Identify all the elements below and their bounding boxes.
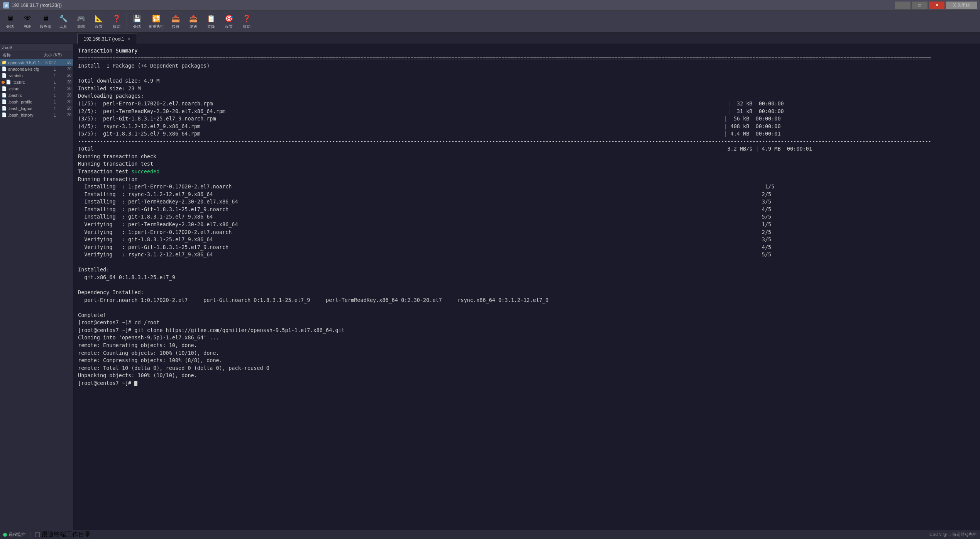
sidebar-header: 名称 大小 (KB): [0, 51, 73, 59]
file-icon-bashrc: 📄: [2, 93, 7, 98]
close-group-button[interactable]: X 关闭组: [946, 2, 977, 9]
file-icon-anaconda: 📄: [2, 66, 7, 71]
sidebar-item-viminfo-label: .viminfo: [8, 73, 23, 78]
sidebar-item-bash-logout-date: 20: [56, 106, 71, 110]
sidebar-item-bash-history-date: 20: [56, 113, 71, 117]
toolbar-session[interactable]: 🖥 会话: [2, 13, 19, 30]
session-icon: 🖥: [5, 14, 15, 23]
sidebar-item-bashrc[interactable]: 📄 .bashrc 1 20: [0, 92, 73, 98]
sidebar-item-anaconda-date: 20: [56, 67, 71, 71]
view-icon: 👁: [23, 14, 32, 23]
toolbar-send[interactable]: 📤 发送: [185, 13, 202, 30]
toolbar-server[interactable]: 🖥 服务器: [37, 13, 54, 30]
title-bar-left: 🖥 192.168.31.7 (root123{}): [3, 2, 62, 8]
sidebar-item-viminfo-date: 20: [56, 73, 71, 78]
receive-icon: 📥: [171, 14, 180, 23]
toolbar-receive[interactable]: 📥 接收: [167, 13, 184, 30]
sidebar: /root/ 名称 大小 (KB) 📁 openssh-9.5p1-1.el7.…: [0, 44, 73, 530]
sidebar-item-anaconda-label: anaconda-ks.cfg: [8, 67, 39, 71]
settings2-icon: 🎯: [224, 14, 234, 23]
sidebar-item-viminfo-count: 1: [41, 73, 56, 78]
sidebar-item-openssh-date: 20: [56, 60, 71, 64]
sidebar-item-bashrc-date: 20: [56, 93, 71, 97]
sidebar-item-openssh[interactable]: 📁 openssh-9.5p1-1.el7.x86_64... 5 027 20: [0, 59, 73, 66]
multi-exec-icon: 🔁: [152, 14, 161, 23]
file-icon-viminfo: 📄: [2, 73, 7, 78]
send-icon: 📤: [189, 14, 198, 23]
sidebar-item-openssh-label: openssh-9.5p1-1.el7.x86_64...: [8, 60, 41, 65]
toolbar-settings[interactable]: 📐 设置: [90, 13, 107, 30]
tab-main[interactable]: 192.168.31.7 (root1 ✕: [77, 34, 137, 44]
app-icon: 🖥: [3, 2, 9, 8]
status-bar: 远程监控 跟随终端工作目录 CSDN @ 上海运维Q先生: [0, 530, 980, 539]
settings-icon: 📐: [94, 14, 103, 23]
sidebar-item-cshrc-date: 20: [56, 86, 71, 91]
sidebar-item-bash-profile-count: 1: [41, 100, 56, 104]
file-icon-bash-logout: 📄: [2, 106, 7, 111]
file-icon-tcshrc: 📄: [6, 80, 11, 85]
status-dot-icon: [3, 533, 7, 537]
sidebar-items: 📁 openssh-9.5p1-1.el7.x86_64... 5 027 20…: [0, 59, 73, 530]
sidebar-col-name: 名称: [2, 52, 44, 58]
toolbar-view[interactable]: 👁 视图: [19, 13, 36, 30]
sidebar-item-anaconda-count: 1: [41, 67, 56, 71]
follow-checkbox[interactable]: [35, 532, 40, 537]
toolbar-multi-exec[interactable]: 🔁 多重执行: [146, 13, 166, 30]
help-icon: ❓: [112, 14, 121, 23]
sidebar-item-bash-history[interactable]: 📄 .bash_history 1 20: [0, 112, 73, 118]
help2-icon: ❓: [242, 14, 251, 23]
sidebar-item-bash-profile-date: 20: [56, 100, 71, 104]
sidebar-item-tcshrc[interactable]: 📄 .tcshrc 1 20: [0, 79, 73, 85]
maximize-button[interactable]: □: [912, 2, 928, 9]
clone-icon: 📋: [206, 14, 216, 23]
games-icon: 🎮: [76, 14, 86, 23]
sidebar-item-bash-logout-count: 1: [41, 106, 56, 111]
toolbar-games[interactable]: 🎮 游戏: [73, 13, 90, 30]
dot-indicator-tcshrc: [2, 81, 5, 84]
new-session-icon: 💾: [132, 14, 142, 23]
server-icon: 🖥: [41, 14, 50, 23]
toolbar-new-session[interactable]: 💾 会话: [129, 13, 146, 30]
tab-label: 192.168.31.7 (root1: [84, 36, 124, 42]
minimize-button[interactable]: —: [895, 2, 911, 9]
toolbar-tools[interactable]: 🔧 工具: [55, 13, 72, 30]
sidebar-item-bash-profile[interactable]: 📄 .bash_profile 1 20: [0, 98, 73, 105]
status-right-text: CSDN @ 上海运维Q先生: [929, 532, 977, 537]
follow-terminal-label: 跟随终端工作目录: [41, 531, 91, 539]
toolbar: 🖥 会话 👁 视图 🖥 服务器 🔧 工具 🎮 游戏 📐 设置 ❓ 帮助 💾 会话…: [0, 11, 980, 32]
sidebar-col-size: 大小 (KB): [44, 52, 71, 58]
sidebar-item-tcshrc-label: .tcshrc: [12, 80, 25, 85]
terminal-content: Transaction Summary ====================…: [78, 47, 975, 387]
title-bar: 🖥 192.168.31.7 (root123{}) — □ ✕ X 关闭组: [0, 0, 980, 11]
remote-monitor-label: 远程监控: [8, 532, 25, 537]
sidebar-item-tcshrc-count: 1: [41, 80, 56, 85]
sidebar-item-tcshrc-date: 20: [56, 80, 71, 84]
sidebar-item-bashrc-count: 1: [41, 93, 56, 98]
toolbar-help2[interactable]: ❓ 帮助: [238, 13, 255, 30]
file-icon-cshrc: 📄: [2, 86, 7, 91]
tab-close-icon[interactable]: ✕: [127, 37, 130, 41]
folder-icon: 📁: [2, 60, 7, 65]
toolbar-clone[interactable]: 📋 克隆: [203, 13, 220, 30]
sidebar-item-anaconda[interactable]: 📄 anaconda-ks.cfg 1 20: [0, 66, 73, 72]
status-separator: [30, 532, 30, 538]
sidebar-item-cshrc[interactable]: 📄 .cshrc 1 20: [0, 85, 73, 92]
toolbar-settings2[interactable]: 🎯 设置: [220, 13, 237, 30]
main-layout: /root/ 名称 大小 (KB) 📁 openssh-9.5p1-1.el7.…: [0, 44, 980, 530]
sidebar-path: /root/: [0, 44, 73, 51]
sidebar-item-bash-logout-label: .bash_logout: [8, 106, 32, 111]
window-title: 192.168.31.7 (root123{}): [12, 3, 62, 8]
sidebar-item-viminfo[interactable]: 📄 .viminfo 1 20: [0, 72, 73, 79]
sidebar-item-bash-logout[interactable]: 📄 .bash_logout 1 20: [0, 105, 73, 112]
close-button[interactable]: ✕: [929, 2, 944, 9]
follow-terminal-item[interactable]: 跟随终端工作目录: [35, 531, 91, 539]
remote-monitor-item[interactable]: 远程监控: [3, 532, 25, 537]
terminal[interactable]: Transaction Summary ====================…: [73, 44, 980, 530]
sidebar-item-cshrc-count: 1: [41, 86, 56, 91]
sidebar-item-bash-history-count: 1: [41, 113, 56, 117]
toolbar-help[interactable]: ❓ 帮助: [108, 13, 125, 30]
file-icon-bash-profile: 📄: [2, 99, 7, 104]
sidebar-item-cshrc-label: .cshrc: [8, 86, 19, 91]
sidebar-item-bash-profile-label: .bash_profile: [8, 100, 32, 104]
toolbar-separator-1: [127, 13, 127, 30]
